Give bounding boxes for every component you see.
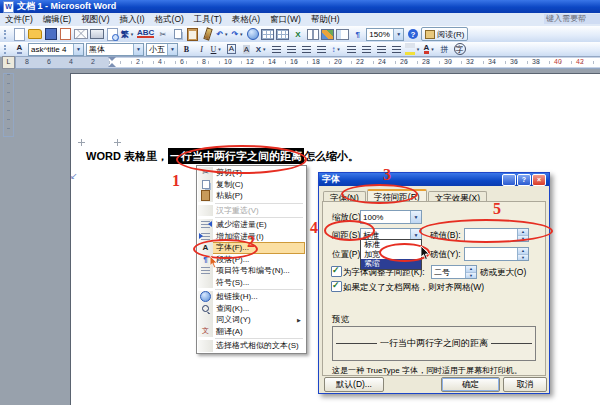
pinyin-icon[interactable]: 拼 [438, 43, 451, 56]
chevron-down-icon[interactable] [133, 44, 143, 55]
indent-markers[interactable] [108, 57, 116, 66]
mail-icon[interactable] [74, 28, 88, 41]
chevron-down-icon[interactable] [216, 46, 222, 52]
document-map-icon[interactable] [336, 28, 349, 41]
spinner-arrows[interactable] [517, 248, 528, 260]
context-menu-item[interactable]: 查阅(K)... [198, 303, 305, 315]
enclose-char-icon[interactable]: 字 [453, 43, 466, 56]
spinner-arrows[interactable] [517, 229, 528, 241]
underline-icon[interactable]: U [210, 43, 223, 56]
chevron-down-icon[interactable] [393, 29, 403, 40]
default-button[interactable]: 默认(D)... [324, 377, 384, 392]
context-menu-item[interactable]: 文翻译(A) [198, 326, 305, 338]
insert-table-icon[interactable] [276, 28, 289, 41]
menu-item[interactable]: 格式(O) [150, 14, 189, 26]
chevron-down-icon[interactable] [410, 211, 421, 223]
spinner-arrows[interactable] [465, 266, 476, 278]
numbering-icon[interactable] [345, 43, 358, 56]
menu-item[interactable]: 文件(F) [0, 14, 38, 26]
align-justify-icon[interactable] [315, 43, 328, 56]
menu-item[interactable]: 表格(A) [227, 14, 265, 26]
char-border-icon[interactable]: A [225, 43, 238, 56]
save-icon[interactable] [44, 28, 57, 41]
char-shading-icon[interactable]: A [240, 43, 253, 56]
context-menu-item[interactable]: ✂剪切(T) [198, 167, 305, 179]
context-menu-item[interactable]: 选择格式相似的文本(S) [198, 340, 305, 352]
menu-item[interactable]: 窗口(W) [265, 14, 306, 26]
increase-indent-icon[interactable] [390, 43, 403, 56]
size-combo[interactable]: 小五 [146, 43, 178, 56]
context-menu-item[interactable]: 超链接(H)... [198, 291, 305, 303]
menu-item[interactable]: 插入(I) [115, 14, 150, 26]
drawing-icon[interactable] [321, 28, 334, 41]
kerning-checkbox[interactable] [331, 266, 342, 277]
chevron-down-icon[interactable] [336, 46, 342, 52]
bullets-icon[interactable] [360, 43, 373, 56]
print-icon[interactable] [90, 28, 104, 41]
align-right-icon[interactable] [300, 43, 313, 56]
doc-text-selected[interactable]: 一行当中两行字之间的距离 [168, 148, 304, 164]
tables-borders-icon[interactable] [261, 28, 274, 41]
cut-icon[interactable]: ✂ [156, 28, 169, 41]
hyperlink-icon[interactable] [246, 28, 259, 41]
align-left-icon[interactable] [270, 43, 283, 56]
decrease-indent-icon[interactable] [375, 43, 388, 56]
chevron-down-icon[interactable] [429, 46, 435, 52]
help-icon[interactable]: ? [406, 28, 419, 41]
chevron-down-icon[interactable] [238, 31, 244, 37]
spelling-icon[interactable]: ABC [137, 28, 154, 41]
help-question-input[interactable]: 键入需要帮 [544, 14, 600, 24]
chevron-down-icon[interactable] [223, 31, 229, 37]
font-combo[interactable]: 黑体 [86, 43, 144, 56]
highlight-icon[interactable] [405, 43, 421, 56]
open-icon[interactable] [28, 28, 42, 41]
show-marks-icon[interactable]: ¶ [351, 28, 364, 41]
menu-item[interactable]: 帮助(H) [306, 14, 345, 26]
insert-excel-icon[interactable]: X [291, 28, 304, 41]
bold-icon[interactable]: B [180, 43, 193, 56]
spacing-option[interactable]: 紧缩 [361, 259, 421, 269]
toolbar-grip[interactable] [4, 45, 9, 54]
points-spinner[interactable] [464, 228, 529, 242]
font-dialog-title-bar[interactable]: 字体 ? × [319, 173, 549, 186]
context-menu-item[interactable]: 复制(C) [198, 179, 305, 191]
cancel-button[interactable]: 取消 [503, 377, 547, 392]
toolbar-grip[interactable] [4, 30, 9, 39]
font-color-icon[interactable]: A [423, 43, 436, 56]
document-text-line[interactable]: WORD 表格里，一行当中两行字之间的距离怎么缩小。 [86, 149, 359, 164]
menu-item[interactable]: 工具(T) [189, 14, 227, 26]
line-spacing-icon[interactable]: ↕ [330, 43, 343, 56]
align-center-icon[interactable] [285, 43, 298, 56]
vertical-ruler[interactable] [3, 73, 14, 137]
context-menu-item[interactable]: 减少缩进量(E) [198, 219, 305, 231]
copy-icon[interactable] [171, 28, 184, 41]
zoom-combo[interactable]: 150% [366, 28, 404, 41]
horizontal-ruler[interactable]: 8642246810121416182022242628303234363840… [15, 56, 600, 69]
new-doc-icon[interactable] [13, 28, 26, 41]
style-combo[interactable]: ask^title 4 [28, 43, 84, 56]
dialog-close-icon[interactable]: × [532, 174, 546, 186]
undo-icon[interactable]: ↶ [216, 28, 229, 41]
print-preview-icon[interactable] [106, 28, 119, 41]
paste-icon[interactable] [186, 28, 199, 41]
chevron-down-icon[interactable] [415, 46, 421, 52]
chevron-down-icon[interactable] [167, 44, 177, 55]
tab-stop-selector[interactable]: L [2, 56, 15, 69]
dialog-context-icon[interactable] [502, 174, 516, 186]
context-menu-item[interactable]: 粘贴(P) [198, 190, 305, 202]
permission-icon[interactable] [59, 28, 72, 41]
italic-icon[interactable]: I [195, 43, 208, 56]
dialog-help-icon[interactable]: ? [517, 174, 531, 186]
format-painter-icon[interactable] [201, 28, 214, 41]
hanzi-convert-icon[interactable]: 繁 [121, 28, 135, 41]
menu-item[interactable]: 编辑(E) [38, 14, 76, 26]
styles-icon[interactable]: A [13, 43, 26, 56]
context-menu-item[interactable]: 符号(S)... [198, 277, 305, 289]
scale-combo[interactable]: 100% [360, 210, 422, 224]
ok-button[interactable]: 确定 [441, 377, 500, 392]
menu-item[interactable]: 视图(V) [76, 14, 114, 26]
char-scale-icon[interactable]: X [255, 43, 268, 56]
chevron-down-icon[interactable] [261, 46, 267, 52]
context-menu-item[interactable]: 同义词(Y) [198, 314, 305, 326]
chevron-down-icon[interactable] [129, 31, 135, 37]
